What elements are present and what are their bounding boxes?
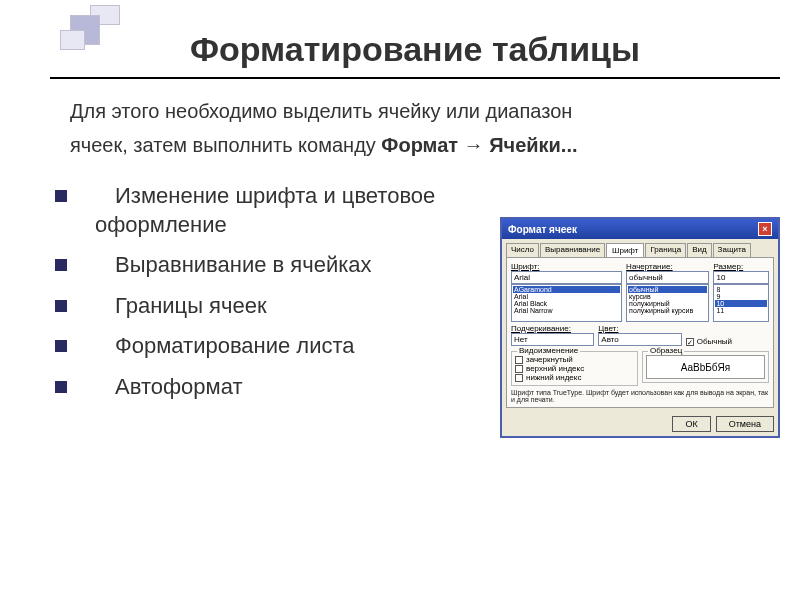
list-item: Выравнивание в ячейках	[55, 251, 490, 280]
dialog-buttons: ОК Отмена	[502, 412, 778, 436]
checkbox-icon: ✓	[686, 338, 694, 346]
sample-preview: АаВbБбЯя	[646, 355, 765, 379]
tab-alignment[interactable]: Выравнивание	[540, 243, 605, 257]
underline-select[interactable]: Нет	[511, 333, 594, 346]
sample-legend: Образец	[648, 346, 684, 355]
dialog-hint: Шрифт типа TrueType. Шрифт будет использ…	[511, 389, 769, 403]
list-item[interactable]: полужирный курсив	[628, 307, 707, 314]
list-item: Форматирование листа	[55, 332, 490, 361]
list-item[interactable]: курсив	[628, 293, 707, 300]
sample-group: Образец АаВbБбЯя	[642, 351, 769, 383]
bullet-marker	[55, 340, 67, 352]
list-item[interactable]: AGaramond	[513, 286, 620, 293]
dialog-title: Формат ячеек	[508, 224, 577, 235]
intro-line1: Для этого необходимо выделить ячейку или…	[70, 100, 572, 122]
bullet-list: Изменение шрифта и цветовое оформление В…	[50, 182, 490, 414]
color-label: Цвет:	[598, 324, 681, 333]
style-label: Начертание:	[626, 262, 709, 271]
style-list[interactable]: обычный курсив полужирный полужирный кур…	[626, 284, 709, 322]
list-item: Автоформат	[55, 373, 490, 402]
tab-protection[interactable]: Защита	[713, 243, 751, 257]
list-item[interactable]: 8	[715, 286, 767, 293]
ok-button[interactable]: ОК	[672, 416, 710, 432]
superscript-checkbox[interactable]: верхний индекс	[515, 364, 634, 373]
list-item[interactable]: обычный	[628, 286, 707, 293]
dialog-titlebar: Формат ячеек ×	[502, 219, 778, 239]
list-item[interactable]: 11	[715, 307, 767, 314]
list-item[interactable]: 10	[715, 300, 767, 307]
list-item[interactable]: Arial Narrow	[513, 307, 620, 314]
close-icon[interactable]: ×	[758, 222, 772, 236]
tab-border[interactable]: Граница	[645, 243, 686, 257]
format-cells-dialog: Формат ячеек × Число Выравнивание Шрифт …	[500, 217, 780, 438]
effects-legend: Видоизменение	[517, 346, 580, 355]
list-item[interactable]: Arial	[513, 293, 620, 300]
size-input[interactable]: 10	[713, 271, 769, 284]
bullet-marker	[55, 190, 67, 202]
font-list[interactable]: AGaramond Arial Arial Black Arial Narrow	[511, 284, 622, 322]
size-list[interactable]: 8 9 10 11	[713, 284, 769, 322]
bullet-marker	[55, 300, 67, 312]
size-label: Размер:	[713, 262, 769, 271]
slide-title: Форматирование таблицы	[50, 30, 780, 79]
cancel-button[interactable]: Отмена	[716, 416, 774, 432]
list-item: Изменение шрифта и цветовое оформление	[55, 182, 490, 239]
font-input[interactable]: Arial	[511, 271, 622, 284]
list-item[interactable]: 9	[715, 293, 767, 300]
list-item[interactable]: Arial Black	[513, 300, 620, 307]
underline-label: Подчеркивание:	[511, 324, 594, 333]
dialog-tabs: Число Выравнивание Шрифт Граница Вид Защ…	[502, 239, 778, 257]
list-item: Границы ячеек	[55, 292, 490, 321]
bullet-marker	[55, 381, 67, 393]
intro-paragraph: Для этого необходимо выделить ячейку или…	[50, 94, 780, 172]
tab-font[interactable]: Шрифт	[606, 243, 644, 257]
tab-view[interactable]: Вид	[687, 243, 711, 257]
subscript-checkbox[interactable]: нижний индекс	[515, 373, 634, 382]
intro-line2: ячеек, затем выполнить команду	[70, 134, 381, 156]
font-label: Шрифт:	[511, 262, 622, 271]
bullet-marker	[55, 259, 67, 271]
color-select[interactable]: Авто	[598, 333, 681, 346]
strike-checkbox[interactable]: зачеркнутый	[515, 355, 634, 364]
effects-group: Видоизменение зачеркнутый верхний индекс…	[511, 351, 638, 386]
normal-checkbox[interactable]: ✓ Обычный	[686, 337, 732, 346]
style-input[interactable]: обычный	[626, 271, 709, 284]
list-item[interactable]: полужирный	[628, 300, 707, 307]
intro-command: Формат → Ячейки...	[381, 134, 577, 156]
dialog-body: Шрифт: Arial AGaramond Arial Arial Black…	[506, 257, 774, 408]
tab-number[interactable]: Число	[506, 243, 539, 257]
